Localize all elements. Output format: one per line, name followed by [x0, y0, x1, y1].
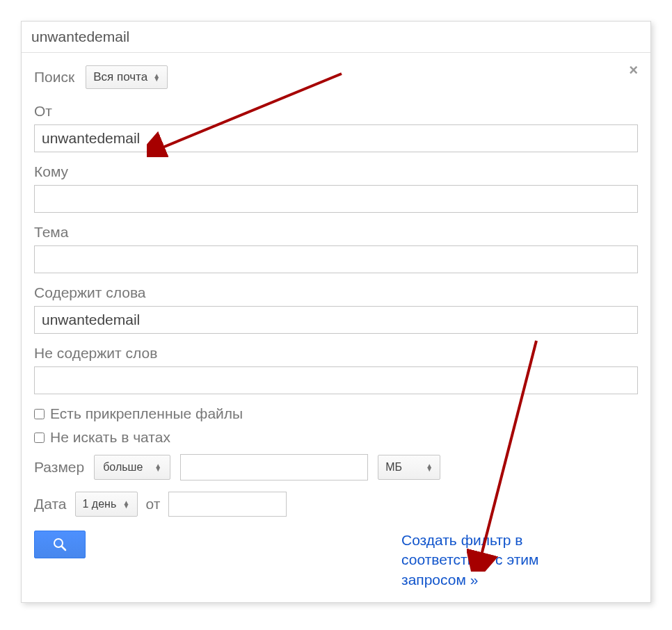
date-row: Дата 1 день ▲▼ от — [34, 492, 638, 517]
search-filter-panel: unwantedemail × Поиск Вся почта ▲▼ От Ко… — [21, 21, 651, 603]
search-button[interactable] — [34, 531, 86, 558]
to-input[interactable] — [34, 185, 638, 213]
has-words-label: Содержит слова — [34, 284, 638, 301]
search-label: Поиск — [34, 69, 74, 86]
size-unit-value: МБ — [385, 461, 402, 474]
svg-line-1 — [62, 547, 65, 550]
search-scope-value: Вся почта — [93, 70, 147, 84]
subject-field-block: Тема — [34, 224, 638, 273]
to-label: Кому — [34, 163, 638, 180]
magnifier-icon — [53, 538, 67, 551]
size-value-input[interactable] — [180, 454, 368, 480]
date-from-input[interactable] — [168, 492, 287, 517]
updown-icon: ▲▼ — [123, 501, 130, 508]
size-row: Размер больше ▲▼ МБ ▲▼ — [34, 454, 638, 480]
size-operator-value: больше — [103, 461, 143, 474]
date-from-label: от — [146, 496, 161, 512]
doesnt-have-field-block: Не содержит слов — [34, 345, 638, 394]
has-words-input[interactable] — [34, 306, 638, 334]
subject-input[interactable] — [34, 245, 638, 273]
date-range-value: 1 день — [83, 498, 117, 510]
skip-chats-row: Не искать в чатах — [34, 429, 638, 446]
bottom-row: Создать фильтр в соответствии с этим зап… — [34, 531, 638, 590]
top-bar: unwantedemail — [22, 22, 650, 53]
content-area: × Поиск Вся почта ▲▼ От Кому Тема Содерж… — [22, 53, 650, 602]
updown-icon: ▲▼ — [153, 74, 160, 81]
from-input[interactable] — [34, 124, 638, 152]
updown-icon: ▲▼ — [154, 464, 161, 471]
size-label: Размер — [34, 459, 84, 476]
to-field-block: Кому — [34, 163, 638, 213]
from-label: От — [34, 103, 638, 120]
size-operator-dropdown[interactable]: больше ▲▼ — [94, 455, 170, 480]
updown-icon: ▲▼ — [426, 464, 433, 471]
size-unit-dropdown[interactable]: МБ ▲▼ — [378, 455, 440, 480]
skip-chats-checkbox[interactable] — [34, 433, 45, 443]
subject-label: Тема — [34, 224, 638, 241]
has-attachment-label: Есть прикрепленные файлы — [50, 405, 243, 422]
has-attachment-checkbox[interactable] — [34, 409, 45, 419]
search-scope-dropdown[interactable]: Вся почта ▲▼ — [86, 65, 168, 89]
doesnt-have-input[interactable] — [34, 366, 638, 394]
doesnt-have-label: Не содержит слов — [34, 345, 638, 362]
top-bar-title: unwantedemail — [31, 29, 129, 45]
has-words-field-block: Содержит слова — [34, 284, 638, 334]
date-label: Дата — [34, 496, 67, 512]
search-scope-row: Поиск Вся почта ▲▼ — [34, 65, 638, 89]
close-icon[interactable]: × — [629, 63, 638, 78]
date-range-dropdown[interactable]: 1 день ▲▼ — [75, 492, 138, 517]
create-filter-link[interactable]: Создать фильтр в соответствии с этим зап… — [401, 531, 596, 590]
from-field-block: От — [34, 103, 638, 152]
has-attachment-row: Есть прикрепленные файлы — [34, 405, 638, 422]
skip-chats-label: Не искать в чатах — [50, 429, 170, 446]
